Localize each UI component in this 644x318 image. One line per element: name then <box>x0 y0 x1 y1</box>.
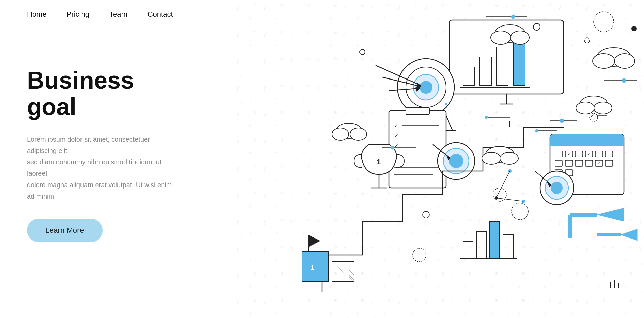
hero-section: Businessgoal Lorem ipsum dolor sit amet,… <box>27 67 208 242</box>
svg-point-121 <box>560 119 564 123</box>
svg-point-129 <box>491 31 511 44</box>
svg-text:✓: ✓ <box>597 161 600 166</box>
svg-point-127 <box>350 128 367 140</box>
svg-point-18 <box>420 81 432 93</box>
svg-point-133 <box>614 54 635 68</box>
nav-team[interactable]: Team <box>109 10 127 19</box>
svg-point-97 <box>535 129 538 132</box>
nav-home[interactable]: Home <box>27 10 47 19</box>
svg-text:✓: ✓ <box>567 152 570 157</box>
nav-contact[interactable]: Contact <box>148 10 173 19</box>
svg-point-132 <box>593 54 615 68</box>
svg-point-93 <box>445 103 447 105</box>
hero-body: Lorem ipsum dolor sit amet, consectetuer… <box>27 134 181 202</box>
svg-rect-49 <box>302 252 329 282</box>
svg-point-136 <box>594 102 612 114</box>
svg-point-126 <box>332 128 349 140</box>
svg-point-84 <box>551 182 562 194</box>
svg-text:1: 1 <box>310 264 314 271</box>
nav-pricing[interactable]: Pricing <box>67 10 89 19</box>
main-nav: Home Pricing Team Contact <box>0 0 644 29</box>
svg-rect-29 <box>406 107 429 115</box>
svg-point-138 <box>482 152 501 164</box>
svg-text:1: 1 <box>377 158 381 166</box>
svg-text:✓: ✓ <box>394 133 398 139</box>
svg-point-130 <box>511 31 529 44</box>
svg-point-135 <box>576 102 595 114</box>
hero-title: Businessgoal <box>27 67 208 120</box>
svg-text:✓: ✓ <box>394 123 398 128</box>
svg-point-139 <box>500 152 518 164</box>
hero-illustration: ? ✦ ⚙ ○ <box>235 0 644 318</box>
svg-rect-64 <box>550 140 624 146</box>
learn-more-button[interactable]: Learn More <box>27 219 103 242</box>
svg-point-43 <box>449 154 463 168</box>
svg-text:✓: ✓ <box>587 152 590 157</box>
svg-point-147 <box>391 146 394 149</box>
svg-point-119 <box>622 78 626 83</box>
svg-point-95 <box>485 116 488 119</box>
svg-rect-59 <box>490 221 500 258</box>
svg-text:✓: ✓ <box>590 113 594 118</box>
svg-rect-28 <box>389 111 446 188</box>
